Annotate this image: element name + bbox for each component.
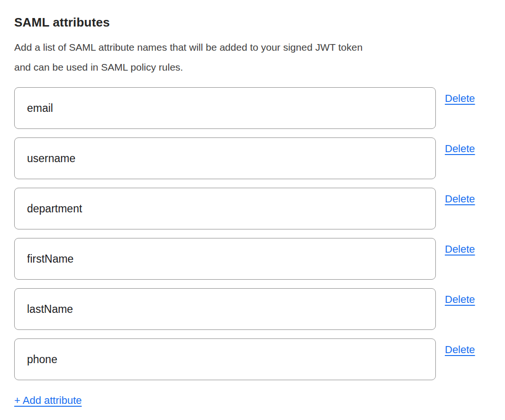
attribute-input-email[interactable] [14, 87, 436, 129]
attribute-input-department[interactable] [14, 188, 436, 229]
saml-attributes-section: SAML attributes Add a list of SAML attri… [0, 0, 505, 420]
attribute-input-lastname[interactable] [14, 288, 436, 330]
attribute-input-username[interactable] [14, 137, 436, 179]
attribute-row: Delete [14, 238, 491, 280]
delete-attribute-link[interactable]: Delete [445, 243, 475, 256]
attribute-input-phone[interactable] [14, 338, 436, 380]
attribute-row: Delete [14, 338, 491, 380]
delete-attribute-link[interactable]: Delete [445, 193, 475, 205]
page-title: SAML attributes [14, 15, 491, 30]
delete-attribute-link[interactable]: Delete [445, 344, 475, 356]
attribute-list: Delete Delete Delete Delete Delete Delet… [14, 87, 491, 380]
attribute-row: Delete [14, 137, 491, 179]
delete-attribute-link[interactable]: Delete [445, 92, 475, 105]
attribute-row: Delete [14, 87, 491, 129]
delete-attribute-link[interactable]: Delete [445, 293, 475, 306]
attribute-input-firstname[interactable] [14, 238, 436, 280]
delete-attribute-link[interactable]: Delete [445, 143, 475, 155]
attribute-row: Delete [14, 288, 491, 330]
attribute-row: Delete [14, 188, 491, 229]
add-attribute-link[interactable]: + Add attribute [14, 394, 82, 407]
page-description: Add a list of SAML attribute names that … [14, 37, 491, 77]
